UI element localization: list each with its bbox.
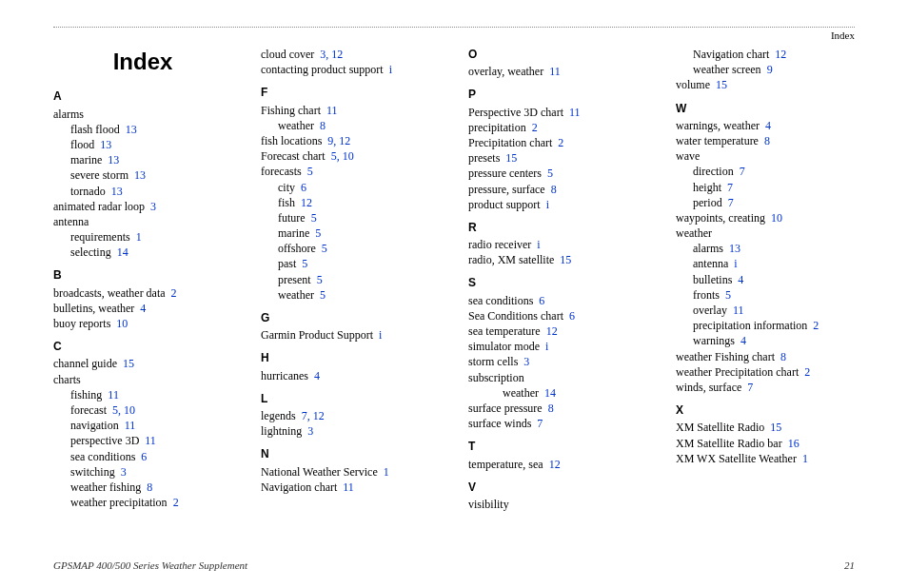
index-page-link[interactable]: 8: [320, 119, 326, 132]
index-page-link[interactable]: i: [734, 257, 737, 270]
index-page-link[interactable]: 1: [802, 452, 808, 465]
index-page-refs: 5: [311, 211, 317, 225]
index-page-link[interactable]: 10: [116, 317, 128, 330]
index-page-link[interactable]: 10: [771, 211, 782, 225]
index-page-refs: 3: [150, 200, 156, 213]
index-page-link[interactable]: i: [379, 328, 382, 342]
index-page-link[interactable]: 10: [124, 403, 135, 417]
index-page-link[interactable]: 6: [539, 294, 544, 307]
index-page-link[interactable]: 3: [523, 355, 529, 368]
index-page-link[interactable]: 11: [569, 106, 581, 119]
index-page-link[interactable]: 2: [171, 286, 177, 300]
index-entry: direction 7: [693, 164, 855, 179]
index-entry: precipitation 2: [468, 120, 647, 135]
index-page-link[interactable]: 14: [544, 386, 556, 400]
index-page-link[interactable]: 15: [505, 151, 517, 165]
index-entry: precipitation information 2: [693, 318, 855, 333]
index-page-link[interactable]: 6: [141, 450, 147, 463]
index-page-link[interactable]: 11: [145, 434, 156, 447]
index-page-link[interactable]: 3: [307, 424, 313, 438]
index-page-link[interactable]: 3: [121, 465, 127, 479]
index-page-link[interactable]: 13: [100, 138, 111, 151]
index-page-refs: 3: [523, 355, 529, 368]
index-page-link[interactable]: 7: [537, 417, 543, 430]
index-page-link[interactable]: 8: [551, 183, 557, 196]
index-page-link[interactable]: 12: [301, 196, 312, 209]
index-page-link[interactable]: 13: [111, 185, 123, 198]
index-page-link[interactable]: 7: [747, 381, 753, 394]
index-page-link[interactable]: i: [537, 238, 540, 251]
index-page-link[interactable]: 16: [788, 437, 799, 450]
index-page-link[interactable]: 15: [123, 357, 134, 370]
index-page-link[interactable]: i: [389, 63, 392, 76]
index-page-link[interactable]: 12: [339, 134, 350, 147]
index-page-link[interactable]: 2: [804, 365, 810, 379]
index-page-link[interactable]: 11: [108, 388, 119, 402]
index-page-link[interactable]: 12: [546, 324, 558, 338]
index-page-link[interactable]: 11: [125, 419, 136, 432]
index-page-link[interactable]: 1: [136, 230, 142, 244]
index-page-link[interactable]: 15: [716, 78, 727, 91]
index-term: Sea Conditions chart: [468, 309, 563, 323]
index-page-link[interactable]: 4: [140, 302, 146, 315]
index-entry: fish 12: [278, 195, 440, 210]
index-page-link[interactable]: 1: [384, 465, 389, 479]
index-page-link[interactable]: 5: [725, 288, 731, 302]
index-page-link[interactable]: 12: [775, 48, 786, 61]
index-page-link[interactable]: 11: [343, 480, 354, 494]
index-page-link[interactable]: 11: [549, 65, 561, 78]
index-page-link[interactable]: 4: [765, 119, 771, 132]
index-page-link[interactable]: 13: [729, 242, 740, 255]
index-page-link[interactable]: 13: [126, 123, 137, 136]
index-page-link[interactable]: 8: [780, 350, 786, 363]
index-page-link[interactable]: 5: [317, 273, 323, 286]
index-term: Perspective 3D chart: [468, 106, 563, 119]
index-entry: visibility: [468, 497, 647, 512]
index-page-link[interactable]: 4: [738, 273, 743, 286]
index-page-link[interactable]: 2: [173, 496, 179, 509]
index-term: pressure, surface: [468, 183, 545, 196]
index-entry: surface winds 7: [468, 416, 647, 431]
index-page-link[interactable]: 8: [548, 402, 554, 415]
index-page-link[interactable]: 7: [740, 165, 745, 178]
index-page-link[interactable]: 14: [117, 245, 128, 259]
index-page-link[interactable]: 13: [134, 168, 146, 182]
index-page-link[interactable]: 11: [733, 304, 744, 317]
index-page-link[interactable]: 8: [764, 134, 770, 147]
index-page-link[interactable]: 5: [315, 226, 321, 240]
index-term: offshore: [278, 242, 316, 255]
index-page-link[interactable]: 3: [150, 200, 156, 213]
index-page-link[interactable]: i: [545, 340, 548, 353]
index-page-link[interactable]: 12: [331, 48, 343, 61]
index-page-link[interactable]: 7: [728, 196, 734, 209]
index-page-link[interactable]: 4: [314, 369, 320, 382]
index-page-link[interactable]: 15: [560, 253, 571, 266]
index-page-link[interactable]: 13: [108, 153, 119, 167]
index-page-link[interactable]: 5: [322, 242, 327, 255]
index-page-link[interactable]: 5: [307, 165, 313, 178]
index-page-link[interactable]: 6: [301, 181, 306, 194]
index-page-link[interactable]: 2: [813, 319, 819, 332]
index-page-link[interactable]: 5: [320, 288, 326, 302]
index-page-link[interactable]: 8: [147, 480, 152, 494]
index-term: water temperature: [676, 134, 759, 147]
index-page-link[interactable]: 15: [770, 421, 781, 434]
index-page-link[interactable]: 5: [311, 211, 317, 225]
index-page-link[interactable]: 12: [549, 458, 561, 471]
index-page-link[interactable]: 7: [727, 181, 733, 194]
index-page-link[interactable]: 5: [302, 257, 307, 270]
index-page-link[interactable]: 11: [326, 104, 338, 117]
index-page-link[interactable]: 6: [569, 309, 575, 323]
index-page-link[interactable]: 10: [343, 149, 354, 163]
index-page-link[interactable]: 4: [740, 334, 746, 347]
index-page-refs: 12: [549, 458, 561, 471]
index-page-link[interactable]: 12: [313, 409, 325, 422]
index-letter: H: [261, 350, 440, 365]
index-page-link[interactable]: 2: [558, 136, 563, 149]
index-page-link[interactable]: 9: [767, 63, 773, 76]
index-letter: P: [468, 87, 647, 102]
index-page-link[interactable]: 2: [532, 121, 538, 134]
index-page-link[interactable]: 5: [547, 167, 553, 180]
index-page-link[interactable]: i: [546, 198, 549, 211]
index-entry: requirements 1: [70, 229, 232, 245]
